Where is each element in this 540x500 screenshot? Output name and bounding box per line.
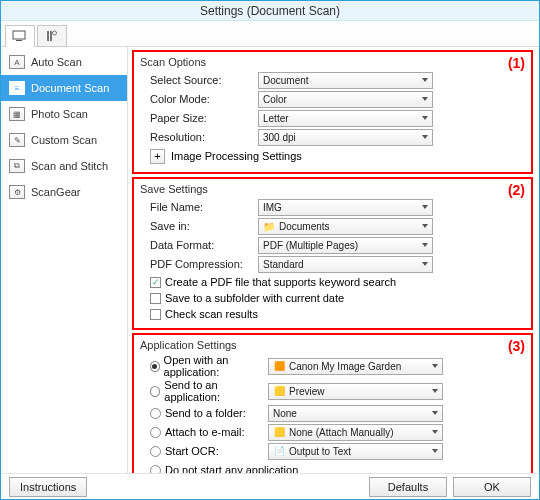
file-name-value: IMG bbox=[263, 202, 282, 213]
open-app-label: Open with an application: bbox=[164, 354, 268, 378]
no-start-radio[interactable] bbox=[150, 465, 161, 474]
defaults-label: Defaults bbox=[388, 481, 428, 493]
body: A Auto Scan ≡ Document Scan ▦ Photo Scan… bbox=[1, 47, 539, 473]
sidebar-item-document-scan[interactable]: ≡ Document Scan bbox=[1, 75, 127, 101]
custom-scan-icon: ✎ bbox=[9, 133, 25, 147]
sidebar-item-scan-and-stitch[interactable]: ⧉ Scan and Stitch bbox=[1, 153, 127, 179]
ok-label: OK bbox=[484, 481, 500, 493]
pdf-compression-label: PDF Compression: bbox=[140, 258, 258, 270]
data-format-dropdown[interactable]: PDF (Multiple Pages) bbox=[258, 237, 433, 254]
sidebar-item-photo-scan[interactable]: ▦ Photo Scan bbox=[1, 101, 127, 127]
data-format-label: Data Format: bbox=[140, 239, 258, 251]
chevron-down-icon bbox=[428, 425, 442, 440]
chevron-down-icon bbox=[418, 219, 432, 234]
sidebar-item-label: Photo Scan bbox=[31, 108, 88, 120]
save-in-label: Save in: bbox=[140, 220, 258, 232]
start-ocr-dropdown[interactable]: 📄 Output to Text bbox=[268, 443, 443, 460]
panel-scan-options: (1) Scan Options Select Source: Document… bbox=[132, 50, 533, 174]
check-scan-checkbox[interactable] bbox=[150, 309, 161, 320]
ok-button[interactable]: OK bbox=[453, 477, 531, 497]
tab-tools[interactable] bbox=[37, 25, 67, 47]
app-icon bbox=[273, 360, 285, 372]
chevron-down-icon bbox=[428, 406, 442, 421]
expand-image-processing-button[interactable]: + bbox=[150, 149, 165, 164]
sidebar: A Auto Scan ≡ Document Scan ▦ Photo Scan… bbox=[1, 47, 128, 473]
chevron-down-icon bbox=[418, 257, 432, 272]
footer: Instructions Defaults OK bbox=[1, 473, 539, 499]
subfolder-label: Save to a subfolder with current date bbox=[165, 292, 344, 304]
send-folder-value: None bbox=[273, 408, 297, 419]
svg-point-2 bbox=[53, 31, 57, 35]
file-name-label: File Name: bbox=[140, 201, 258, 213]
color-mode-dropdown[interactable]: Color bbox=[258, 91, 433, 108]
sidebar-item-label: Custom Scan bbox=[31, 134, 97, 146]
application-settings-title: Application Settings bbox=[140, 339, 525, 351]
settings-window: Settings (Document Scan) A Auto Scan ≡ D… bbox=[0, 0, 540, 500]
tools-icon bbox=[45, 29, 59, 43]
panel-number-3: (3) bbox=[508, 338, 525, 354]
save-in-value: Documents bbox=[279, 221, 330, 232]
pdf-compression-dropdown[interactable]: Standard bbox=[258, 256, 433, 273]
instructions-label: Instructions bbox=[20, 481, 76, 493]
sidebar-item-label: Document Scan bbox=[31, 82, 109, 94]
preview-icon bbox=[273, 385, 285, 397]
attach-email-radio[interactable] bbox=[150, 427, 161, 438]
panel-number-1: (1) bbox=[508, 55, 525, 71]
window-title: Settings (Document Scan) bbox=[200, 4, 340, 18]
check-scan-label: Check scan results bbox=[165, 308, 258, 320]
panel-number-2: (2) bbox=[508, 182, 525, 198]
keyword-search-checkbox[interactable]: ✓ bbox=[150, 277, 161, 288]
photo-scan-icon: ▦ bbox=[9, 107, 25, 121]
chevron-down-icon bbox=[418, 238, 432, 253]
start-ocr-label: Start OCR: bbox=[165, 445, 219, 457]
send-app-label: Send to an application: bbox=[164, 379, 268, 403]
send-app-radio[interactable] bbox=[150, 386, 160, 397]
stitch-icon: ⧉ bbox=[9, 159, 25, 173]
attach-email-value: None (Attach Manually) bbox=[289, 427, 394, 438]
save-in-dropdown[interactable]: Documents bbox=[258, 218, 433, 235]
subfolder-checkbox[interactable] bbox=[150, 293, 161, 304]
resolution-dropdown[interactable]: 300 dpi bbox=[258, 129, 433, 146]
main-content: (1) Scan Options Select Source: Document… bbox=[128, 47, 539, 473]
open-app-value: Canon My Image Garden bbox=[289, 361, 401, 372]
svg-rect-1 bbox=[16, 40, 22, 41]
open-app-dropdown[interactable]: Canon My Image Garden bbox=[268, 358, 443, 375]
chevron-down-icon bbox=[418, 200, 432, 215]
sidebar-item-scangear[interactable]: ⚙ ScanGear bbox=[1, 179, 127, 205]
mail-icon bbox=[273, 426, 285, 438]
panel-save-settings: (2) Save Settings File Name: IMG Save in… bbox=[132, 177, 533, 330]
plus-icon: + bbox=[154, 151, 160, 162]
send-folder-radio[interactable] bbox=[150, 408, 161, 419]
sidebar-item-auto-scan[interactable]: A Auto Scan bbox=[1, 49, 127, 75]
send-folder-dropdown[interactable]: None bbox=[268, 405, 443, 422]
attach-email-label: Attach to e-mail: bbox=[165, 426, 244, 438]
defaults-button[interactable]: Defaults bbox=[369, 477, 447, 497]
resolution-label: Resolution: bbox=[140, 131, 258, 143]
image-processing-label: Image Processing Settings bbox=[171, 150, 302, 162]
send-app-value: Preview bbox=[289, 386, 325, 397]
file-name-dropdown[interactable]: IMG bbox=[258, 199, 433, 216]
paper-size-dropdown[interactable]: Letter bbox=[258, 110, 433, 127]
tab-scan-from-computer[interactable] bbox=[5, 25, 35, 47]
top-tabbar bbox=[1, 21, 539, 47]
scan-options-title: Scan Options bbox=[140, 56, 525, 68]
select-source-dropdown[interactable]: Document bbox=[258, 72, 433, 89]
svg-rect-0 bbox=[13, 31, 25, 39]
chevron-down-icon bbox=[428, 384, 442, 399]
folder-icon bbox=[263, 220, 275, 232]
send-app-dropdown[interactable]: Preview bbox=[268, 383, 443, 400]
start-ocr-radio[interactable] bbox=[150, 446, 161, 457]
sidebar-item-custom-scan[interactable]: ✎ Custom Scan bbox=[1, 127, 127, 153]
ocr-icon: 📄 bbox=[273, 445, 285, 457]
attach-email-dropdown[interactable]: None (Attach Manually) bbox=[268, 424, 443, 441]
chevron-down-icon bbox=[418, 73, 432, 88]
open-app-radio[interactable] bbox=[150, 361, 160, 372]
color-mode-label: Color Mode: bbox=[140, 93, 258, 105]
select-source-value: Document bbox=[263, 75, 309, 86]
chevron-down-icon bbox=[418, 92, 432, 107]
color-mode-value: Color bbox=[263, 94, 287, 105]
save-settings-title: Save Settings bbox=[140, 183, 525, 195]
monitor-icon bbox=[12, 30, 28, 42]
document-scan-icon: ≡ bbox=[9, 81, 25, 95]
instructions-button[interactable]: Instructions bbox=[9, 477, 87, 497]
